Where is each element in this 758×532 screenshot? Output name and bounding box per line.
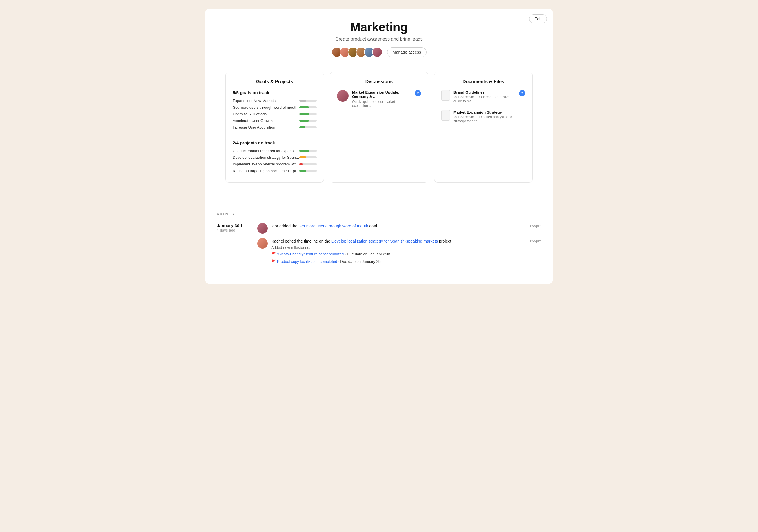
avatars-group	[331, 47, 383, 57]
goal-progress-track	[299, 113, 317, 115]
activity-project-link[interactable]: Develop localization strategy for Spanis…	[331, 239, 438, 243]
activity-time: 9:55pm	[529, 238, 541, 243]
project-progress-fill	[299, 150, 309, 152]
milestone-flag-icon: 🚩	[271, 252, 276, 256]
activity-days-ago: 4 days ago	[217, 228, 249, 232]
goal-item: Get more users through word of mouth	[233, 105, 317, 110]
project-name: Implement in-app referral program wit...	[233, 162, 299, 166]
doc-title: Market Expansion Strategy	[454, 110, 525, 115]
discussion-item[interactable]: Market Expansion Update: Germany & ... Q…	[337, 90, 421, 108]
goal-item: Expand into New Markets	[233, 98, 317, 103]
goal-progress-fill	[299, 113, 309, 115]
manage-access-button[interactable]: Manage access	[387, 47, 427, 57]
project-name: Refine ad targeting on social media pl..…	[233, 169, 299, 173]
goals-projects-title: Goals & Projects	[233, 79, 317, 84]
doc-title: Brand Guidelines	[454, 90, 517, 94]
milestone-item: 🚩"Siesta-Friendly" feature conceptualize…	[271, 251, 523, 257]
project-progress-track	[299, 157, 317, 159]
goal-progress-track	[299, 126, 317, 128]
discussion-preview: Quick update on our market expansion ...	[352, 100, 411, 108]
activity-section: ACTIVITY January 30th 4 days ago Igor ad…	[205, 203, 553, 284]
documents-title: Documents & Files	[441, 79, 525, 84]
project-item: Develop localization strategy for Span..…	[233, 155, 317, 160]
activity-entries: Igor added the Get more users through wo…	[257, 223, 541, 269]
activity-goal-link[interactable]: Get more users through word of mouth	[298, 224, 368, 228]
activity-date-group: January 30th 4 days ago Igor added the G…	[217, 223, 541, 269]
doc-icon	[441, 110, 450, 121]
goal-name: Optimize ROI of ads	[233, 112, 299, 116]
project-progress-track	[299, 170, 317, 172]
header-actions: Manage access	[217, 47, 541, 57]
project-progress-track	[299, 163, 317, 165]
goal-name: Accelerate User Growth	[233, 119, 299, 123]
project-item: Implement in-app referral program wit...	[233, 162, 317, 166]
activity-entry: Rachel edited the timeline on the Develo…	[257, 238, 541, 265]
avatar	[257, 223, 268, 233]
projects-summary: 2/4 projects on track	[233, 140, 317, 145]
section-divider	[233, 135, 317, 135]
edit-button[interactable]: Edit	[529, 15, 547, 23]
page-header: Marketing Create product awareness and b…	[217, 20, 541, 57]
discussion-content: Market Expansion Update: Germany & ... Q…	[352, 90, 411, 108]
doc-info: Market Expansion Strategy Igor Sarcevic …	[454, 110, 525, 123]
doc-item[interactable]: Brand Guidelines Igor Sarcevic — Our com…	[441, 90, 517, 103]
documents-card: Documents & Files Brand Guidelines Igor …	[434, 72, 533, 183]
activity-date-col: January 30th 4 days ago	[217, 223, 249, 232]
activity-text-col: Igor added the Get more users through wo…	[271, 223, 523, 229]
project-progress-track	[299, 150, 317, 152]
activity-text-after: goal	[368, 224, 377, 228]
goals-list: Expand into New Markets Get more users t…	[233, 98, 317, 129]
goal-progress-track	[299, 106, 317, 108]
milestone-link[interactable]: "Siesta-Friendly" feature conceptualized	[277, 252, 344, 256]
activity-text-col: Rachel edited the timeline on the Develo…	[271, 238, 523, 265]
activity-date: January 30th	[217, 223, 249, 228]
goal-progress-track	[299, 120, 317, 122]
milestone-link[interactable]: Product copy localization completed	[277, 259, 337, 264]
activity-text-before: Rachel edited the timeline on the	[271, 239, 331, 243]
projects-list: Conduct market research for expansi... D…	[233, 149, 317, 173]
goal-item: Increase User Acquisition	[233, 125, 317, 129]
page-subtitle: Create product awareness and bring leads	[217, 37, 541, 42]
goals-summary: 5/5 goals on track	[233, 90, 317, 95]
activity-text: Igor added the Get more users through wo…	[271, 223, 523, 229]
avatar	[372, 47, 383, 57]
discussions-card: Discussions Market Expansion Update: Ger…	[330, 72, 428, 183]
activity-text: Rachel edited the timeline on the Develo…	[271, 238, 523, 244]
goals-projects-card: Goals & Projects 5/5 goals on track Expa…	[225, 72, 324, 183]
goal-progress-fill	[299, 106, 309, 108]
goal-progress-fill	[299, 120, 309, 122]
doc-item-row: Brand Guidelines Igor Sarcevic — Our com…	[441, 90, 525, 108]
main-container: Edit Marketing Create product awareness …	[205, 9, 553, 284]
milestone-item: 🚩Product copy localization completed · D…	[271, 259, 523, 265]
goal-name: Expand into New Markets	[233, 98, 299, 103]
project-item: Conduct market research for expansi...	[233, 149, 317, 153]
top-section: Edit Marketing Create product awareness …	[205, 9, 553, 203]
goal-progress-fill	[299, 100, 306, 102]
columns-grid: Goals & Projects 5/5 goals on track Expa…	[217, 63, 541, 191]
page-title: Marketing	[217, 20, 541, 34]
project-name: Develop localization strategy for Span..…	[233, 155, 299, 160]
avatar	[257, 238, 268, 249]
discussion-badge: 2	[415, 90, 421, 96]
project-progress-fill	[299, 170, 306, 172]
doc-badge: 2	[519, 90, 525, 96]
activity-text-before: Igor added the	[271, 224, 298, 228]
doc-info: Brand Guidelines Igor Sarcevic — Our com…	[454, 90, 517, 103]
project-progress-fill	[299, 157, 306, 159]
project-name: Conduct market research for expansi...	[233, 149, 299, 153]
goal-name: Increase User Acquisition	[233, 125, 299, 129]
discussion-avatar	[337, 90, 349, 102]
doc-icon	[441, 90, 450, 100]
goal-item: Accelerate User Growth	[233, 119, 317, 123]
doc-meta: Igor Sarcevic — Detailed analysis and st…	[454, 115, 525, 123]
milestones-label: Added new milestones:	[271, 245, 523, 250]
activity-text-after: project	[438, 239, 451, 243]
milestone-due: Due date on January 29th	[347, 252, 390, 256]
doc-item[interactable]: Market Expansion Strategy Igor Sarcevic …	[441, 110, 525, 123]
discussions-title: Discussions	[337, 79, 421, 84]
goal-item: Optimize ROI of ads	[233, 112, 317, 116]
activity-entry: Igor added the Get more users through wo…	[257, 223, 541, 233]
goal-progress-fill	[299, 126, 305, 128]
goal-progress-track	[299, 100, 317, 102]
milestone-flag-icon: 🚩	[271, 259, 276, 264]
